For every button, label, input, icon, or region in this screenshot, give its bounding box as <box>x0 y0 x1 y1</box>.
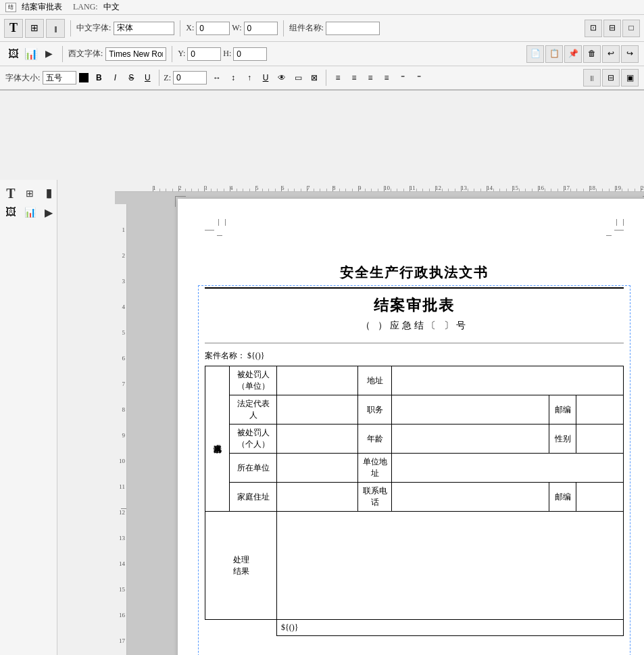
indent-btn[interactable]: ⁼ <box>395 70 410 85</box>
lang-value: 中文 <box>103 1 120 13</box>
punished-unit-label: 被处罚人（单位） <box>230 366 277 395</box>
align2-btn[interactable]: ⊟ <box>602 69 620 87</box>
punished-person-label: 被处罚人（个人） <box>230 424 277 454</box>
main-title: 安全生产行政执法文书 <box>205 257 624 289</box>
sub-title: 结案审批表 <box>205 295 624 316</box>
age-value <box>392 424 549 454</box>
case-number: （ ）应急结〔 〕号 <box>205 320 624 332</box>
square-btn[interactable]: □ <box>622 20 640 37</box>
result-row: 处理结果 <box>205 512 624 620</box>
position-value <box>392 395 549 424</box>
align-left-btn[interactable]: ⊟ <box>603 20 621 37</box>
barcode-btn[interactable]: ||| <box>583 69 601 87</box>
table-tool2[interactable]: ⊞ <box>22 185 38 201</box>
postcode2-label: 邮编 <box>549 483 576 512</box>
doc-name: 结案审批表 <box>22 1 62 13</box>
eye-btn[interactable]: 👁 <box>274 70 289 85</box>
z-input[interactable] <box>173 71 207 84</box>
case-name-label: 案件名称： <box>205 351 245 360</box>
italic-btn[interactable]: I <box>107 70 122 85</box>
props-bar: 🖼 📊 ▶ 西文字体: Y: H: 📄 📋 📌 🗑 ↩ ↪ <box>0 42 644 66</box>
barcode-tool2[interactable]: ▐▌ <box>41 185 57 201</box>
spacing-btn[interactable]: ↔ <box>209 70 224 85</box>
chinese-font-label: 中文字体: <box>76 22 111 34</box>
align-center-btn[interactable]: ≡ <box>347 70 362 85</box>
x-label: X: <box>186 23 194 33</box>
x-input[interactable] <box>196 22 230 35</box>
result-label: 处理结果 <box>205 512 277 620</box>
w-input[interactable] <box>244 22 278 35</box>
table-row: 家庭住址 联系电话 邮编 <box>205 483 624 512</box>
doc-btn[interactable]: 📄 <box>526 45 544 63</box>
img2-btn[interactable]: ▣ <box>621 69 639 87</box>
outdent-btn[interactable]: ⁼ <box>412 70 426 85</box>
group-input[interactable] <box>326 22 380 35</box>
y-input[interactable] <box>187 47 221 61</box>
baseline-btn[interactable]: ↑ <box>242 70 257 85</box>
resize-btn[interactable]: ⊡ <box>585 20 602 37</box>
align-left-btn2[interactable]: ≡ <box>330 70 345 85</box>
format-buttons: B I S U <box>91 70 155 85</box>
bold-btn[interactable]: B <box>91 70 106 85</box>
work-addr-value <box>392 454 624 483</box>
text-tool2[interactable]: T <box>3 185 19 201</box>
chart-tool2[interactable]: 📊 <box>22 204 38 220</box>
image-tool[interactable]: 🖼 <box>5 46 22 62</box>
table-row: 法定代表人 职务 邮编 <box>205 395 624 424</box>
spacing-btns: ↔ ↕ ↑ U 👁 ▭ ⊠ <box>209 70 322 85</box>
w-label: W: <box>232 23 241 33</box>
barcode-tool[interactable]: ||| <box>46 19 65 38</box>
font-size-input[interactable] <box>43 71 76 84</box>
document-page: 安全生产行政执法文书 结案审批表 （ ）应急结〔 〕号 案件名称： ${()} <box>178 199 644 655</box>
tool-buttons: T ⊞ ||| <box>4 19 65 38</box>
home-addr-value <box>277 483 358 512</box>
bottom-field-value: ${()} <box>281 623 299 632</box>
table-row: 当事人基本情况 被处罚人（单位） 地址 <box>205 366 624 395</box>
paste-btn[interactable]: 📌 <box>564 45 582 63</box>
z-section: Z: <box>164 71 207 84</box>
bottom-empty <box>205 620 277 636</box>
right-action-buttons: ⊡ ⊟ □ <box>585 20 640 37</box>
copy-btn[interactable]: 📋 <box>545 45 563 63</box>
delete-btn[interactable]: 🗑 <box>583 45 601 63</box>
code-btn[interactable]: ⊠ <box>307 70 322 85</box>
h-label: H: <box>223 49 231 59</box>
left-tools-row2: 🖼 📊 ▶ <box>5 46 57 62</box>
send-tool[interactable]: ▶ <box>41 46 57 62</box>
color-swatch[interactable] <box>79 73 89 82</box>
main-data-table: 当事人基本情况 被处罚人（单位） 地址 法定代表人 职务 邮编 <box>205 366 624 636</box>
image-tool2[interactable]: 🖼 <box>3 204 19 220</box>
align-right-btn[interactable]: ≡ <box>363 70 378 85</box>
height-btn[interactable]: ↕ <box>226 70 241 85</box>
y-label: Y: <box>178 49 185 59</box>
punished-person-value <box>277 424 358 454</box>
postcode1-value <box>576 395 624 424</box>
case-name-field: 案件名称： ${()} <box>205 350 624 362</box>
home-addr-label: 家庭住址 <box>230 483 277 512</box>
underline-btn[interactable]: U <box>140 70 155 85</box>
underline2-btn[interactable]: U <box>258 70 273 85</box>
work-unit-label: 所在单位 <box>230 454 277 483</box>
undo-btn[interactable]: ↩ <box>602 45 620 63</box>
redo-btn[interactable]: ↪ <box>621 45 639 63</box>
western-font-input[interactable] <box>105 47 166 61</box>
table-tool[interactable]: ⊞ <box>25 19 44 38</box>
text-tool[interactable]: T <box>4 19 23 38</box>
chart-tool[interactable]: 📊 <box>23 46 39 62</box>
main-toolbar: T ⊞ ||| 中文字体: X: W: 组件名称: ⊡ ⊟ □ <box>0 15 644 42</box>
frame-btn[interactable]: ▭ <box>291 70 305 85</box>
z-label: Z: <box>164 73 171 83</box>
canvas-area[interactable]: 1234567891011121314151617181920 12345678… <box>115 180 644 655</box>
strikethrough-btn[interactable]: S <box>124 70 139 85</box>
chinese-font-input[interactable] <box>114 22 174 35</box>
postcode2-value <box>576 483 624 512</box>
address-value <box>392 366 624 395</box>
align-justify-btn[interactable]: ≡ <box>379 70 394 85</box>
h-input[interactable] <box>233 47 267 61</box>
work-unit-value <box>277 454 358 483</box>
table-row: 被处罚人（个人） 年龄 性别 <box>205 424 624 454</box>
lang-label: LANG: <box>73 2 98 12</box>
right-action-buttons2: 📄 📋 📌 🗑 ↩ ↪ <box>526 45 639 63</box>
yh-props: Y: H: <box>178 47 267 61</box>
arrow-tool[interactable]: ▶ <box>41 204 57 220</box>
